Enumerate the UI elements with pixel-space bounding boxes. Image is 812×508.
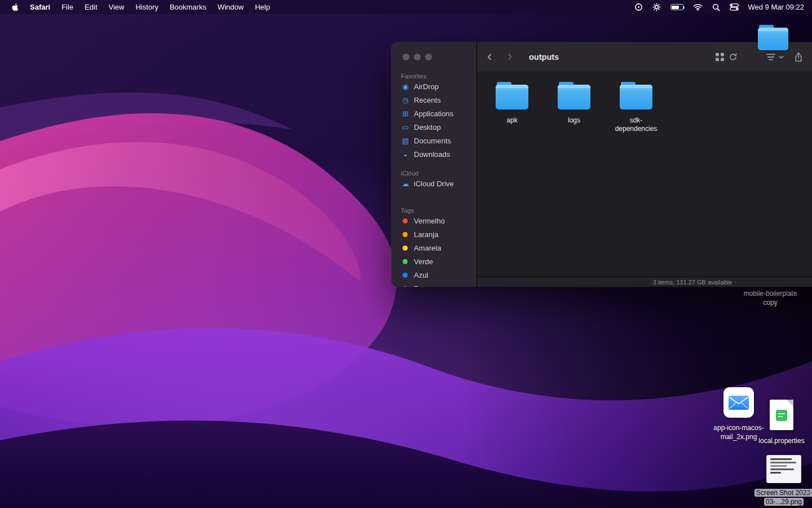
sidebar-item-label: Documents [414,137,451,145]
screenshot-thumbnail [766,455,801,483]
sidebar-tag-amarela[interactable]: Amarela [391,241,476,255]
folder-icon [758,28,788,50]
menu-bar: Safari File Edit View History Bookmarks … [0,0,812,14]
red-tag-icon [403,218,408,224]
menu-item-file[interactable]: File [56,3,79,11]
document-icon [770,400,793,430]
menu-app-name[interactable]: Safari [24,3,56,11]
airdrop-icon: ◉ [401,82,410,91]
sidebar-tag-laranja[interactable]: Laranja [391,227,476,241]
sidebar-item-airdrop[interactable]: ◉ AirDrop [391,80,476,93]
wifi-icon[interactable] [693,3,703,11]
desktop-monitor-icon: ▭ [401,123,410,132]
menu-item-edit[interactable]: Edit [79,3,103,11]
sidebar-item-applications[interactable]: ⊞ Applications [391,107,476,120]
clock-icon: ◷ [401,96,410,104]
finder-main: ‹ › outputs [476,42,812,287]
file-grid: apk logs sdk-dependencies [483,85,665,133]
sidebar-item-label: Azul [414,271,428,279]
sidebar-tag-azul[interactable]: Azul [391,268,476,282]
folder-name: logs [551,116,597,125]
sidebar-item-label: AirDrop [414,82,439,91]
menu-bar-status-area: Wed 9 Mar 09:22 [634,3,804,11]
folder-icon [496,85,528,110]
spotlight-search-icon[interactable] [712,3,720,11]
green-tag-icon [403,259,408,264]
folder-item-sdk-dependencies[interactable]: sdk-dependencies [607,85,665,133]
desktop-icon-mobile-boilerplate-copy[interactable]: mobile-boilerplate copy [736,290,804,307]
back-button[interactable]: ‹ [487,49,492,63]
group-by-dropdown-icon[interactable] [766,54,784,61]
sidebar-tag-vermelho[interactable]: Vermelho [391,214,476,227]
desktop-icon-label: mobile-boilerplate copy [736,290,804,307]
desktop-icon-screen-shot[interactable]: Screen Shot 2022-03-...29.png [754,455,812,506]
desktop-icon-label: Screen Shot 2022-03-...29.png [754,489,812,506]
documents-icon: ▤ [401,137,410,145]
sync-refresh-icon[interactable] [729,53,737,61]
sidebar-item-recents[interactable]: ◷ Recents [391,93,476,107]
mail-image-thumbnail [723,387,754,418]
folder-name: sdk-dependencies [613,116,659,133]
sidebar-tag-roxo[interactable]: Roxo [391,282,476,287]
folder-icon [558,85,590,110]
blue-tag-icon [403,273,408,278]
purple-tag-icon [403,286,408,287]
finder-content-area[interactable]: apk logs sdk-dependencies [477,72,812,277]
sidebar-item-label: Verde [414,257,433,266]
sidebar-item-label: Desktop [414,123,441,132]
finder-window: Favorites ◉ AirDrop ◷ Recents ⊞ Applicat… [391,42,812,287]
icon-view-grid-icon[interactable] [716,53,724,62]
sidebar-item-label: Laranja [414,230,438,239]
cloud-icon: ☁ [401,179,410,188]
gear-icon[interactable] [652,3,661,11]
desktop-folder-icon[interactable] [758,28,788,50]
sidebar-item-documents[interactable]: ▤ Documents [391,134,476,147]
sidebar-item-label: Amarela [414,244,441,252]
properties-file-glyph [776,410,787,421]
sidebar-tag-verde[interactable]: Verde [391,255,476,268]
sidebar-item-label: Roxo [414,284,431,287]
applications-grid-icon: ⊞ [401,110,410,118]
apple-menu-icon[interactable] [8,3,24,12]
desktop-icon-local-properties[interactable]: local.properties [756,400,807,446]
finder-sidebar: Favorites ◉ AirDrop ◷ Recents ⊞ Applicat… [391,42,476,287]
sidebar-section-favorites: Favorites [391,73,476,80]
battery-icon[interactable] [670,4,683,10]
close-window-button[interactable] [403,54,409,60]
window-controls [403,54,476,60]
control-center-icon[interactable] [730,3,739,11]
menu-item-history[interactable]: History [130,3,164,11]
ring-icon[interactable] [634,3,643,11]
sidebar-item-label: Downloads [414,150,450,159]
sidebar-item-label: Applications [414,110,453,118]
minimize-window-button[interactable] [414,54,421,60]
sidebar-item-label: Recents [414,96,441,104]
downloads-icon: ◒ [401,150,410,159]
folder-item-logs[interactable]: logs [545,85,603,133]
sidebar-item-icloud-drive[interactable]: ☁ iCloud Drive [391,177,476,190]
sidebar-item-desktop[interactable]: ▭ Desktop [391,120,476,134]
forward-button[interactable]: › [508,49,512,63]
menu-item-window[interactable]: Window [212,3,249,11]
folder-item-apk[interactable]: apk [483,85,541,133]
menu-bar-left: Safari File Edit View History Bookmarks … [8,3,276,12]
menu-item-bookmarks[interactable]: Bookmarks [164,3,212,11]
menu-item-help[interactable]: Help [249,3,276,11]
sidebar-item-label: iCloud Drive [414,179,454,188]
desktop-icon-label: local.properties [756,437,807,446]
folder-icon [620,85,652,110]
sidebar-item-downloads[interactable]: ◒ Downloads [391,147,476,161]
status-text: 3 items, 131.27 GB available [653,279,732,286]
folder-name: apk [489,116,535,125]
share-icon[interactable] [794,52,803,62]
zoom-window-button[interactable] [425,54,432,60]
menu-item-view[interactable]: View [103,3,130,11]
window-title: outputs [529,52,559,62]
sidebar-section-icloud: iCloud [391,170,476,177]
yellow-tag-icon [403,246,408,251]
orange-tag-icon [403,232,408,237]
sidebar-section-tags: Tags [391,207,476,214]
sidebar-item-label: Vermelho [414,217,445,225]
status-bar: 3 items, 131.27 GB available [477,277,812,287]
menu-bar-clock[interactable]: Wed 9 Mar 09:22 [748,3,804,11]
